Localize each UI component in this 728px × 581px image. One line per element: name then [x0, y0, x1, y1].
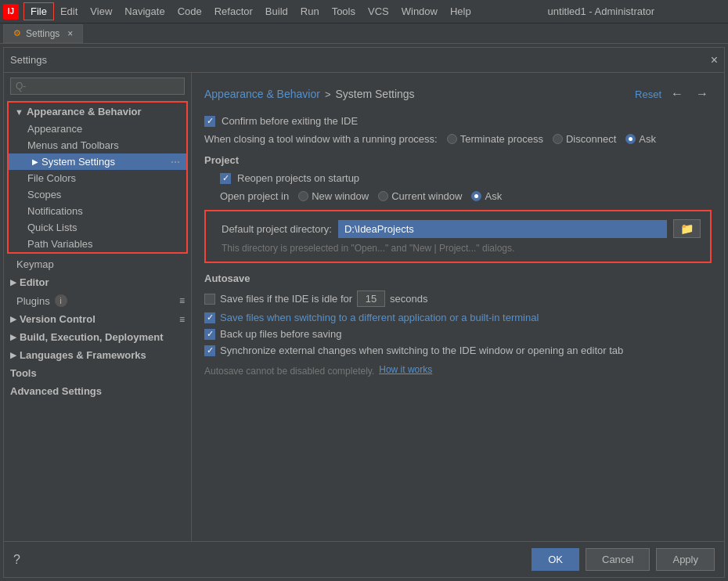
plugins-label: Plugins [16, 295, 50, 307]
autosave-title: Autosave [204, 272, 712, 284]
sidebar-item-scopes-label: Scopes [27, 189, 61, 200]
settings-tab[interactable]: ⚙ Settings × [3, 24, 83, 43]
tab-close-icon[interactable]: × [67, 28, 73, 39]
help-button[interactable]: ? [13, 553, 20, 567]
editor-arrow: ▶ [10, 278, 16, 287]
sidebar-item-languages[interactable]: ▶ Languages & Frameworks [4, 346, 191, 364]
tool-window-label: When closing a tool window with a runnin… [204, 133, 438, 145]
terminate-radio[interactable]: Terminate process [447, 133, 543, 145]
backup-checkbox[interactable] [204, 329, 215, 340]
sidebar-item-appearance[interactable]: Appearance [9, 121, 186, 137]
project-section-header: Project [204, 154, 712, 166]
sidebar-item-system-label: System Settings [41, 156, 115, 168]
current-window-radio-btn[interactable] [378, 191, 388, 201]
how-it-works-link[interactable]: How it works [379, 364, 432, 375]
sidebar-item-editor[interactable]: ▶ Editor [4, 273, 191, 291]
terminate-label: Terminate process [460, 133, 543, 145]
menu-navigate[interactable]: Navigate [118, 3, 171, 20]
reopen-projects-row: Reopen projects on startup [204, 172, 712, 184]
sidebar-item-notifications[interactable]: Notifications [9, 203, 186, 219]
main-content: Appearance & Behavior > System Settings … [192, 73, 724, 541]
version-control-icon: ≡ [179, 314, 185, 325]
app-container: ⚙ Settings × Settings × ▼ Appearance [0, 23, 728, 581]
sidebar-item-scopes[interactable]: Scopes [9, 186, 186, 203]
dialog-close-button[interactable]: × [711, 53, 718, 67]
disconnect-label: Disconnect [566, 133, 616, 145]
sidebar-item-file-colors[interactable]: File Colors [9, 170, 186, 186]
sidebar-item-notifications-label: Notifications [27, 205, 83, 217]
autosave-section: Autosave Save files if the IDE is idle f… [204, 272, 712, 377]
new-window-label: New window [312, 190, 369, 202]
sidebar-item-advanced-settings[interactable]: Advanced Settings [4, 382, 191, 400]
open-ask-radio[interactable]: Ask [471, 190, 502, 202]
confirm-exit-label: Confirm before exiting the IDE [222, 115, 358, 127]
sidebar-search-input[interactable] [10, 78, 185, 95]
sidebar-item-version-control[interactable]: ▶ Version Control ≡ [4, 310, 191, 328]
reopen-projects-checkbox[interactable] [220, 173, 231, 184]
menu-view[interactable]: View [84, 3, 118, 20]
breadcrumb-separator: > [325, 88, 331, 100]
open-ask-radio-btn[interactable] [471, 191, 481, 201]
appearance-behavior-group: ▼ Appearance & Behavior Appearance Menus… [7, 101, 188, 254]
plugins-extra-icon[interactable]: ≡ [179, 295, 185, 306]
disconnect-radio[interactable]: Disconnect [553, 133, 616, 145]
settings-tab-label: Settings [26, 28, 59, 39]
ask-radio[interactable]: Ask [625, 133, 656, 145]
sidebar-item-menus-label: Menus and Toolbars [27, 139, 119, 151]
sidebar-item-tools[interactable]: Tools [4, 364, 191, 382]
save-idle-unit: seconds [390, 293, 427, 305]
new-window-radio[interactable]: New window [298, 190, 369, 202]
menu-tools[interactable]: Tools [326, 3, 362, 20]
save-switch-label: Save files when switching to a different… [220, 312, 539, 323]
menu-vcs[interactable]: VCS [362, 3, 395, 20]
sidebar-item-system-settings[interactable]: ▶ System Settings ⋯ [9, 153, 186, 170]
sidebar-item-menus-toolbars[interactable]: Menus and Toolbars [9, 137, 186, 153]
save-idle-label: Save files if the IDE is idle for [220, 293, 352, 305]
app-logo: IJ [3, 4, 19, 20]
dialog-footer: ? OK Cancel Apply [4, 541, 724, 577]
appearance-behavior-header[interactable]: ▼ Appearance & Behavior [9, 103, 186, 121]
save-idle-checkbox[interactable] [204, 294, 215, 305]
nav-back-button[interactable]: ← [668, 85, 687, 103]
breadcrumb-parent[interactable]: Appearance & Behavior [204, 88, 320, 100]
menu-build[interactable]: Build [259, 3, 294, 20]
save-idle-input[interactable] [357, 290, 385, 307]
cancel-button[interactable]: Cancel [586, 548, 650, 571]
reset-button[interactable]: Reset [635, 88, 661, 100]
sidebar-item-path-variables[interactable]: Path Variables [9, 236, 186, 252]
sync-external-row: Synchronize external changes when switch… [204, 345, 712, 356]
sidebar-item-plugins[interactable]: Plugins i ≡ [4, 291, 191, 310]
confirm-exit-checkbox[interactable] [204, 116, 215, 127]
dir-input[interactable] [338, 220, 667, 238]
dir-browse-button[interactable]: 📁 [673, 219, 701, 238]
apply-button[interactable]: Apply [656, 548, 715, 571]
sidebar-item-quick-lists[interactable]: Quick Lists [9, 219, 186, 236]
menu-code[interactable]: Code [171, 3, 208, 20]
ask-radio-btn[interactable] [625, 134, 636, 144]
tool-window-row: When closing a tool window with a runnin… [204, 133, 712, 145]
menu-help[interactable]: Help [444, 3, 478, 20]
new-window-radio-btn[interactable] [298, 191, 308, 201]
disconnect-radio-btn[interactable] [553, 134, 563, 144]
dir-label: Default project directory: [222, 223, 332, 235]
save-switch-checkbox[interactable] [204, 312, 215, 323]
dialog-title: Settings [10, 54, 47, 66]
sync-external-checkbox[interactable] [204, 345, 215, 356]
current-window-radio[interactable]: Current window [378, 190, 462, 202]
confirm-exit-row: Confirm before exiting the IDE [204, 115, 712, 127]
menu-file[interactable]: File [23, 2, 54, 20]
nav-forward-button[interactable]: → [693, 85, 712, 103]
menu-window[interactable]: Window [395, 3, 444, 20]
breadcrumb-current: System Settings [335, 88, 414, 100]
ok-button[interactable]: OK [532, 548, 579, 571]
terminate-radio-btn[interactable] [447, 134, 457, 144]
dir-hint: This directory is preselected in "Open..… [222, 243, 701, 254]
sidebar-item-keymap[interactable]: Keymap [4, 255, 191, 273]
menu-edit[interactable]: Edit [54, 3, 84, 20]
sidebar-item-build[interactable]: ▶ Build, Execution, Deployment [4, 328, 191, 346]
backup-row: Back up files before saving [204, 328, 712, 340]
languages-arrow: ▶ [10, 351, 16, 359]
menu-run[interactable]: Run [294, 3, 326, 20]
menu-refactor[interactable]: Refactor [208, 3, 259, 20]
version-control-label: Version Control [20, 313, 96, 325]
